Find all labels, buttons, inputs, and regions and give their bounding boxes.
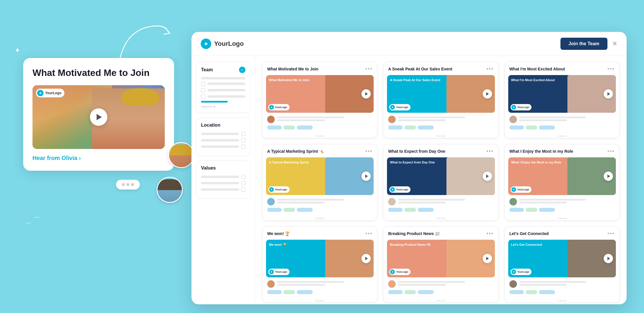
video-thumb[interactable]: We won! 🏆 ★ YourLogo — [266, 240, 374, 277]
avatar-row — [388, 116, 493, 123]
checkbox[interactable] — [201, 94, 205, 99]
checkbox[interactable] — [241, 181, 245, 185]
join-team-button[interactable]: Join the Team — [560, 38, 607, 50]
footer-line — [519, 199, 586, 201]
thumb-logo: ★ YourLogo — [268, 269, 290, 275]
tag — [418, 125, 434, 130]
dot — [320, 135, 322, 137]
video-thumb[interactable]: What Motivated Me to Join ★ YourLogo — [266, 75, 374, 113]
video-thumb[interactable]: A Typical Marketing Sprint ★ YourLogo — [266, 157, 374, 195]
tag — [404, 290, 416, 294]
play-icon — [607, 257, 610, 260]
thumb-logo-text: YourLogo — [275, 188, 287, 191]
checkbox[interactable] — [201, 82, 205, 86]
play-icon — [365, 92, 368, 96]
thumb-play-button[interactable] — [361, 89, 371, 99]
sidebar-item[interactable] — [201, 82, 245, 86]
thumb-play-button[interactable] — [604, 172, 613, 181]
checkbox[interactable] — [201, 88, 205, 92]
thumb-play-button[interactable] — [604, 89, 613, 99]
footer-line — [277, 199, 344, 201]
dot — [316, 300, 317, 301]
footer-line — [398, 117, 465, 118]
section-title-location: Location — [201, 123, 220, 128]
footer-line — [398, 284, 446, 286]
sidebar-item[interactable] — [201, 188, 245, 192]
line-text — [201, 139, 239, 141]
thumb-play-button[interactable] — [483, 89, 492, 99]
section-header-values: Values — [201, 165, 245, 171]
card-header: A Sneak Peak At Our Sales Event ••• — [383, 62, 498, 75]
thumb-star-icon: ★ — [511, 187, 516, 192]
dot — [441, 135, 443, 137]
sidebar-item[interactable] — [201, 181, 245, 185]
tag — [267, 125, 282, 130]
tag — [297, 208, 313, 212]
dot — [558, 300, 559, 301]
thumb-star-icon: ★ — [511, 270, 516, 274]
dot — [316, 218, 317, 219]
video-thumbnail[interactable]: ★ YourLogo Olivia Solomons Lead Recruite… — [32, 85, 165, 149]
checkbox[interactable] — [241, 145, 245, 149]
more-options-icon[interactable]: ••• — [607, 148, 615, 154]
play-icon — [486, 92, 489, 96]
card-header: Let's Get Connected ••• — [505, 227, 619, 240]
dot — [323, 300, 324, 301]
card-footer — [383, 195, 498, 215]
more-options-icon[interactable]: ••• — [607, 231, 615, 237]
dot — [444, 135, 445, 137]
line-text — [201, 188, 239, 191]
more-options-icon[interactable]: ••• — [486, 231, 494, 237]
sidebar-item[interactable] — [201, 94, 245, 99]
tag — [388, 208, 403, 212]
avatar-row — [267, 198, 372, 205]
dropdown[interactable]: ▾ — [201, 105, 245, 108]
thumb-logo: ★ YourLogo — [389, 186, 410, 193]
more-options-icon[interactable]: ••• — [486, 66, 494, 72]
checkbox[interactable] — [241, 175, 245, 179]
checkbox[interactable] — [241, 138, 245, 142]
video-thumb[interactable]: What to Expect from Day One ★ YourLogo — [387, 157, 495, 195]
video-thumb[interactable]: Let's Get Connected ★ YourLogo — [508, 240, 616, 277]
more-options-icon[interactable]: ••• — [365, 148, 372, 154]
video-thumb[interactable]: Breaking Product News 📰 ★ YourLogo — [387, 240, 495, 277]
play-icon — [365, 174, 368, 178]
footer-line — [398, 199, 465, 201]
thumb-play-button[interactable] — [361, 254, 371, 263]
play-button[interactable] — [90, 108, 107, 126]
tag — [526, 208, 537, 212]
line-text — [201, 145, 239, 148]
tag — [404, 208, 416, 212]
tag-row — [388, 290, 493, 294]
sidebar-item[interactable] — [201, 145, 245, 149]
thumb-star-icon: ★ — [511, 105, 516, 110]
close-button[interactable]: ✕ — [612, 40, 617, 48]
video-thumb[interactable]: What I Enjoy the Most in my Role ★ YourL… — [508, 157, 616, 195]
dropdown-line — [201, 106, 213, 108]
checkbox[interactable] — [241, 188, 245, 192]
thumb-play-button[interactable] — [483, 254, 492, 263]
thumb-play-button[interactable] — [483, 172, 492, 181]
more-options-icon[interactable]: ••• — [486, 148, 494, 154]
thumb-play-button[interactable] — [361, 172, 371, 181]
sidebar-item[interactable] — [201, 88, 245, 92]
dot — [323, 135, 324, 137]
card-footer — [263, 195, 377, 215]
more-options-icon[interactable]: ••• — [365, 231, 372, 237]
thumb-star-icon: ★ — [269, 105, 274, 110]
header-right: Join the Team ✕ — [560, 38, 617, 50]
checkbox[interactable] — [241, 132, 245, 136]
mini-avatar — [509, 116, 517, 123]
video-thumb[interactable]: A Sneak Peak At Our Sales Event ★ YourLo… — [387, 75, 495, 113]
hear-from-link[interactable]: Hear from Olivia › — [32, 155, 165, 161]
sidebar-item[interactable] — [201, 138, 245, 142]
avatar-row — [267, 280, 372, 288]
more-options-icon[interactable]: ••• — [607, 66, 615, 72]
more-options-icon[interactable]: ••• — [365, 66, 372, 72]
video-thumb[interactable]: What I'm Most Excited About ★ YourLogo — [508, 75, 616, 113]
sidebar-item[interactable] — [201, 175, 245, 179]
thumb-play-button[interactable] — [604, 254, 613, 263]
card-header: What I Enjoy the Most in my Role ••• — [505, 144, 619, 157]
card-header: We won! 🏆 ••• — [263, 227, 377, 240]
sidebar-item[interactable] — [201, 132, 245, 136]
